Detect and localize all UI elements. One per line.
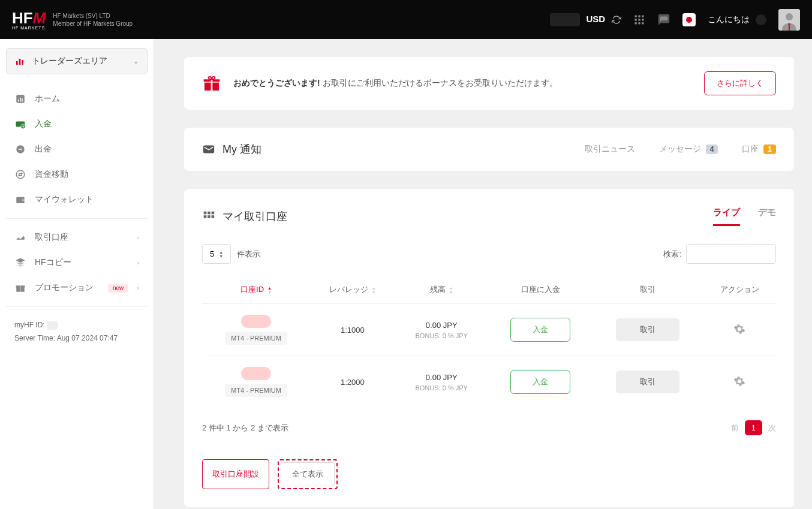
notifications-title: My 通知 [202, 142, 585, 156]
trade-button[interactable]: 取引 [616, 371, 679, 393]
svg-rect-24 [22, 199, 25, 201]
nav-label: HFコピー [35, 257, 128, 268]
cell-balance: 0.00 JPYBONUS: 0 % JPY [395, 304, 488, 356]
tab-trading-news[interactable]: 取引ニュース [585, 144, 635, 155]
nav-label: 取引口座 [35, 232, 128, 243]
next-page-button[interactable]: 次 [768, 423, 776, 433]
gear-icon[interactable] [733, 375, 745, 387]
greeting: こんにちは [708, 14, 766, 25]
col-account-id[interactable]: 口座ID▲▼ [202, 276, 310, 304]
mail-icon [202, 143, 215, 156]
svg-rect-35 [212, 212, 215, 215]
col-leverage[interactable]: レバレッジ▲▼ [310, 276, 395, 304]
sort-icon: ▲▼ [372, 286, 376, 294]
cell-leverage: 1:2000 [310, 356, 395, 408]
deposit-button[interactable]: 入金 [510, 370, 570, 394]
svg-rect-33 [204, 212, 207, 215]
tab-accounts[interactable]: 口座 1 [742, 144, 776, 155]
page-size-label: 件表示 [237, 249, 260, 260]
svg-rect-27 [20, 285, 21, 292]
nav-accounts[interactable]: 取引口座 › [6, 225, 148, 250]
nav-label: マイウォレット [35, 194, 139, 205]
sidebar: トレーダーズエリア ⌄ ホーム 入金 出金 資金移動 マイウォレット 取引口座 … [0, 39, 154, 509]
nav-transfer[interactable]: 資金移動 [6, 162, 148, 187]
showing-info: 2 件中 1 から 2 まで表示 [202, 423, 288, 433]
accounts-title: マイ取引口座 [202, 209, 713, 224]
svg-rect-18 [22, 98, 23, 101]
col-deposit: 口座に入金 [488, 276, 593, 304]
notifications-panel: My 通知 取引ニュース メッセージ 4 口座 1 [184, 128, 794, 171]
transfer-icon [14, 169, 26, 180]
app-header: HFM HF MARKETS HF Markets (SV) LTD Membe… [0, 0, 812, 39]
layers-icon [14, 257, 26, 268]
svg-rect-2 [642, 15, 643, 17]
cell-trade: 取引 [593, 304, 703, 356]
svg-rect-1 [638, 15, 640, 17]
svg-rect-6 [634, 22, 636, 24]
svg-rect-7 [638, 22, 640, 24]
chat-icon[interactable] [657, 13, 670, 26]
grid-icon [202, 210, 215, 223]
sort-icon: ▲▼ [267, 286, 272, 294]
nav-label: 入金 [35, 119, 139, 129]
col-balance[interactable]: 残高▲▼ [395, 276, 488, 304]
svg-point-10 [786, 13, 793, 20]
svg-rect-3 [634, 19, 636, 20]
svg-rect-34 [207, 212, 210, 215]
bonus-banner: おめでとうございます! お取引にご利用いただけるボーナスをお受取りいただけます。… [184, 57, 794, 110]
nav-home[interactable]: ホーム [6, 86, 148, 112]
tab-messages[interactable]: メッセージ 4 [659, 144, 718, 155]
prev-page-button[interactable]: 前 [731, 423, 739, 433]
chart-icon [14, 232, 26, 243]
cell-account-id: MT4 - PREMIUM [202, 304, 310, 356]
logo[interactable]: HFM HF MARKETS [12, 9, 46, 30]
accounts-panel: マイ取引口座 ライブ デモ 5 ▲▼ 件表示 検索: [184, 189, 794, 507]
show-all-highlight: 全て表示 [278, 459, 338, 489]
home-icon [14, 94, 26, 104]
page-size-select[interactable]: 5 ▲▼ [202, 244, 231, 264]
tab-live[interactable]: ライブ [713, 207, 740, 226]
table-footer: 2 件中 1 から 2 まで表示 前 1 次 [202, 420, 776, 435]
chevron-down-icon: ⌄ [133, 58, 139, 65]
language-flag-icon[interactable] [682, 13, 696, 26]
col-action: アクション [703, 276, 776, 304]
header-right: USD こんにちは [550, 9, 800, 31]
page-number[interactable]: 1 [745, 420, 762, 435]
notification-tabs: 取引ニュース メッセージ 4 口座 1 [585, 144, 776, 155]
new-badge: new [108, 284, 128, 293]
nav-wallet[interactable]: マイウォレット [6, 187, 148, 212]
open-account-button[interactable]: 取引口座開設 [202, 459, 269, 489]
nav-label: ホーム [35, 94, 139, 104]
svg-rect-5 [642, 19, 643, 20]
cell-balance: 0.00 JPYBONUS: 0 % JPY [395, 356, 488, 408]
avatar[interactable] [778, 9, 800, 31]
trade-button[interactable]: 取引 [616, 318, 679, 341]
apps-icon[interactable] [633, 14, 645, 26]
accounts-table: 口座ID▲▼ レバレッジ▲▼ 残高▲▼ 口座に入金 取引 アクション MT4 -… [202, 276, 776, 408]
learn-more-button[interactable]: さらに詳しく [704, 71, 776, 95]
page-size-control: 5 ▲▼ 件表示 [202, 244, 260, 264]
nav-label: 資金移動 [35, 169, 139, 180]
table-controls: 5 ▲▼ 件表示 検索: [202, 244, 776, 264]
gear-icon[interactable] [733, 323, 745, 335]
nav-withdraw[interactable]: 出金 [6, 137, 148, 162]
show-all-button[interactable]: 全て表示 [281, 462, 335, 486]
svg-rect-0 [634, 15, 636, 17]
nav-hfcopy[interactable]: HFコピー › [6, 250, 148, 275]
refresh-icon[interactable] [612, 15, 621, 25]
balance-display[interactable]: USD [550, 13, 621, 26]
sidebar-dropdown-label: トレーダーズエリア [32, 56, 126, 67]
sidebar-area-dropdown[interactable]: トレーダーズエリア ⌄ [6, 48, 148, 74]
nav-deposit[interactable]: 入金 [6, 112, 148, 137]
nav-promotion[interactable]: プロモーション new › [6, 275, 148, 300]
accounts-header: マイ取引口座 ライブ デモ [202, 207, 776, 226]
banner-text: おめでとうございます! お取引にご利用いただけるボーナスをお受取りいただけます。 [233, 78, 692, 89]
search-input[interactable] [686, 244, 776, 264]
main-content: おめでとうございます! お取引にご利用いただけるボーナスをお受取りいただけます。… [154, 39, 812, 509]
tab-demo[interactable]: デモ [758, 207, 776, 226]
svg-rect-36 [204, 215, 207, 218]
cell-account-id: MT4 - PREMIUM [202, 356, 310, 408]
badge: 4 [706, 144, 718, 154]
search-label: 検索: [663, 249, 681, 260]
deposit-button[interactable]: 入金 [510, 318, 570, 342]
